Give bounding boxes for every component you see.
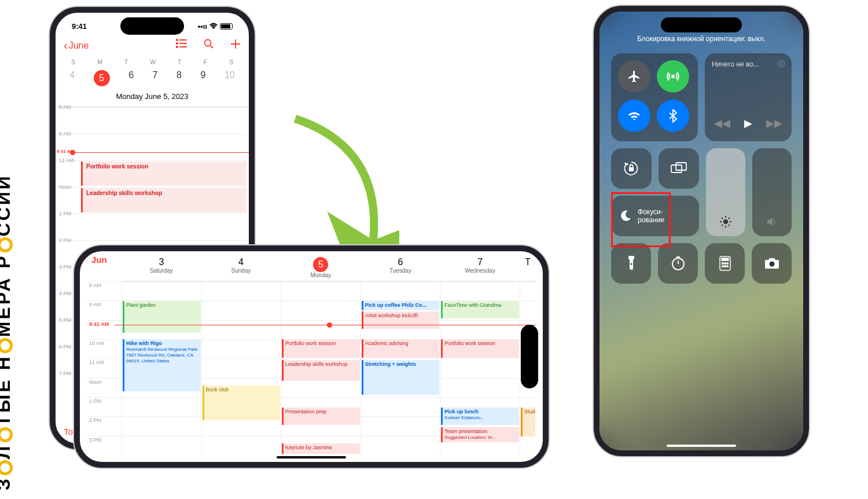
event-tue-stretch[interactable]: Stretching + weights bbox=[362, 360, 440, 395]
notch bbox=[661, 17, 742, 32]
event-plant[interactable]: Plant garden bbox=[123, 301, 201, 333]
event-portfolio[interactable]: Portfolio work session bbox=[81, 162, 247, 186]
svg-line-24 bbox=[729, 218, 730, 219]
svg-line-7 bbox=[211, 46, 214, 49]
dynamic-island bbox=[120, 17, 184, 35]
event-leadership[interactable]: Leadership skills workshop bbox=[81, 188, 247, 212]
screen-mirroring-button[interactable] bbox=[659, 148, 699, 189]
full-date-label: Monday June 5, 2023 bbox=[56, 92, 249, 107]
cellular-data-icon[interactable] bbox=[657, 60, 689, 93]
battery-icon bbox=[220, 23, 233, 30]
brightness-slider[interactable] bbox=[706, 148, 745, 236]
orientation-lock-button[interactable] bbox=[611, 148, 652, 189]
svg-rect-13 bbox=[629, 167, 634, 171]
orientation-lock-status: Блокировка книжной ориентации: выкл. bbox=[611, 35, 792, 43]
day-4[interactable]: 4 bbox=[69, 70, 75, 86]
event-wed-lunch[interactable]: Pick up lunchKokkari Estiatorio... bbox=[441, 408, 519, 425]
event-book-club[interactable]: Book club bbox=[203, 386, 281, 420]
event-mon-portfolio[interactable]: Portfolio work session bbox=[282, 339, 360, 358]
airplane-mode-icon[interactable] bbox=[618, 60, 650, 93]
event-mon-leadership[interactable]: Leadership skills workshop bbox=[282, 360, 360, 381]
svg-rect-14 bbox=[671, 165, 682, 173]
connectivity-panel[interactable] bbox=[611, 53, 698, 141]
svg-point-34 bbox=[722, 266, 723, 267]
calculator-button[interactable] bbox=[705, 243, 745, 284]
svg-point-2 bbox=[176, 43, 178, 44]
add-icon[interactable] bbox=[230, 39, 241, 52]
brand-o-icon bbox=[0, 338, 13, 353]
event-tue-advising[interactable]: Academic advising bbox=[362, 339, 440, 358]
day-8[interactable]: 8 bbox=[176, 70, 182, 86]
dynamic-island bbox=[521, 325, 538, 388]
daycol-tue: Pick up coffee Philz Co... Artist worksh… bbox=[361, 281, 440, 455]
cellular-icon: ••ıı bbox=[198, 22, 207, 31]
svg-point-31 bbox=[722, 263, 723, 265]
now-line bbox=[115, 325, 536, 325]
bluetooth-icon[interactable] bbox=[657, 100, 689, 132]
forward-icon[interactable]: ▶▶ bbox=[766, 117, 782, 130]
col-sun[interactable]: 4Sunday bbox=[201, 255, 281, 281]
svg-point-37 bbox=[769, 262, 774, 267]
svg-point-36 bbox=[726, 266, 728, 267]
brand-o-icon bbox=[0, 460, 13, 475]
svg-point-25 bbox=[630, 263, 632, 265]
svg-point-4 bbox=[176, 46, 178, 47]
event-mon-prep[interactable]: Presentation prep bbox=[282, 408, 360, 425]
svg-rect-15 bbox=[676, 163, 686, 170]
speaker-icon bbox=[766, 215, 778, 228]
day-10[interactable]: 10 bbox=[225, 70, 235, 86]
event-hike[interactable]: Hike with Rigo Reinhardt Redwood Regiona… bbox=[123, 339, 201, 391]
weekday-row: SMTWTFS bbox=[56, 58, 249, 67]
event-wed-portfolio[interactable]: Portfolio work session bbox=[441, 339, 519, 358]
media-title: Ничего не во... bbox=[712, 60, 785, 68]
media-panel[interactable]: Ничего не во... ◀◀ ▶ ▶▶ bbox=[705, 53, 792, 141]
timer-button[interactable] bbox=[658, 243, 698, 284]
svg-point-6 bbox=[205, 40, 211, 46]
svg-point-11 bbox=[778, 60, 785, 67]
flashlight-button[interactable] bbox=[611, 243, 651, 284]
event-mon-keynote[interactable]: Keynote by Jasmine bbox=[282, 443, 360, 454]
list-view-icon[interactable] bbox=[176, 39, 187, 52]
back-button[interactable]: ‹ June bbox=[64, 39, 89, 52]
home-indicator[interactable] bbox=[667, 445, 736, 447]
rewind-icon[interactable]: ◀◀ bbox=[714, 117, 730, 130]
col-wed[interactable]: 7Wednesday bbox=[440, 255, 520, 281]
airplay-icon[interactable] bbox=[777, 59, 786, 68]
home-indicator[interactable] bbox=[277, 456, 346, 458]
search-icon[interactable] bbox=[204, 39, 214, 52]
svg-line-23 bbox=[722, 225, 723, 226]
event-wed-facetime[interactable]: FaceTime with Grandma bbox=[441, 301, 519, 318]
svg-point-0 bbox=[176, 39, 178, 41]
volume-slider[interactable] bbox=[752, 148, 792, 236]
col-mon-selected[interactable]: 5Monday bbox=[281, 255, 361, 281]
day-9[interactable]: 9 bbox=[200, 70, 205, 86]
week-body[interactable]: 8 AM 9 AM 9:41 AM 10 AM 11 AM Noon 1 PM … bbox=[87, 281, 536, 455]
day-6[interactable]: 6 bbox=[128, 70, 134, 86]
sun-icon bbox=[719, 215, 732, 228]
event-wed-team[interactable]: Team presentationSuggested Location: M..… bbox=[441, 427, 519, 442]
svg-point-16 bbox=[723, 219, 728, 224]
day-7[interactable]: 7 bbox=[153, 70, 158, 86]
brand-vertical-text: ЗЛТЫЕ НМЕРА РССИИ bbox=[0, 174, 14, 490]
svg-point-32 bbox=[724, 263, 726, 265]
daycol-sun: Book club bbox=[201, 281, 281, 455]
svg-point-12 bbox=[779, 62, 783, 65]
month-label[interactable]: Jun bbox=[87, 255, 122, 281]
col-thu-partial: T bbox=[520, 255, 536, 281]
event-tue-coffee[interactable]: Pick up coffee Philz Co... bbox=[362, 301, 440, 310]
svg-point-35 bbox=[724, 266, 726, 267]
camera-button[interactable] bbox=[752, 243, 792, 284]
chevron-left-icon: ‹ bbox=[64, 39, 68, 52]
now-label: 9:41 AM bbox=[57, 149, 74, 154]
svg-point-33 bbox=[726, 263, 728, 265]
wifi-icon[interactable] bbox=[618, 100, 650, 132]
week-header: Jun 3Saturday 4Sunday 5Monday 6Tuesday 7… bbox=[87, 255, 536, 281]
day-5-selected[interactable]: 5 bbox=[94, 70, 110, 86]
col-sat[interactable]: 3Saturday bbox=[122, 255, 201, 281]
svg-line-21 bbox=[722, 218, 723, 219]
date-row: 4 5 6 7 8 9 10 bbox=[56, 67, 249, 92]
event-tue-artist[interactable]: Artist workshop kickoff! bbox=[362, 311, 440, 329]
play-icon[interactable]: ▶ bbox=[744, 117, 752, 130]
event-thu-student[interactable]: Student bbox=[521, 408, 535, 436]
col-tue[interactable]: 6Tuesday bbox=[361, 255, 440, 281]
